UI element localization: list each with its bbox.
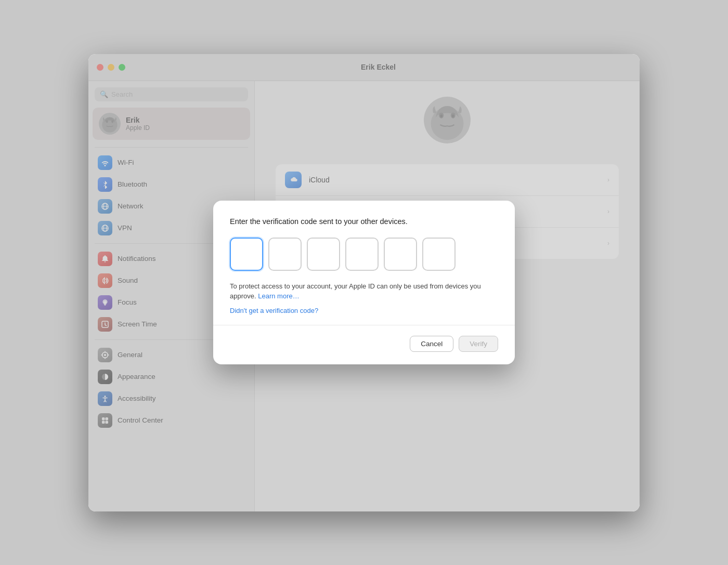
- cancel-button[interactable]: Cancel: [410, 336, 453, 352]
- modal-actions: Cancel Verify: [230, 336, 498, 352]
- verify-button[interactable]: Verify: [459, 336, 498, 352]
- modal-description: To protect access to your account, your …: [230, 281, 498, 301]
- code-input-1[interactable]: [230, 238, 263, 271]
- code-input-2[interactable]: [268, 238, 302, 271]
- code-input-6[interactable]: [422, 238, 456, 271]
- modal-divider: [213, 325, 515, 325]
- code-inputs: [230, 238, 498, 271]
- code-input-3[interactable]: [307, 238, 340, 271]
- modal-overlay: Enter the verification code sent to your…: [88, 54, 640, 511]
- code-input-4[interactable]: [345, 238, 379, 271]
- resend-code-link[interactable]: Didn't get a verification code?: [230, 307, 498, 314]
- modal-dialog: Enter the verification code sent to your…: [213, 201, 515, 364]
- mac-window: Erik Eckel 🔍 Search: [88, 54, 640, 511]
- code-input-5[interactable]: [384, 238, 417, 271]
- modal-title: Enter the verification code sent to your…: [230, 216, 498, 227]
- learn-more-link[interactable]: Learn more…: [258, 292, 299, 300]
